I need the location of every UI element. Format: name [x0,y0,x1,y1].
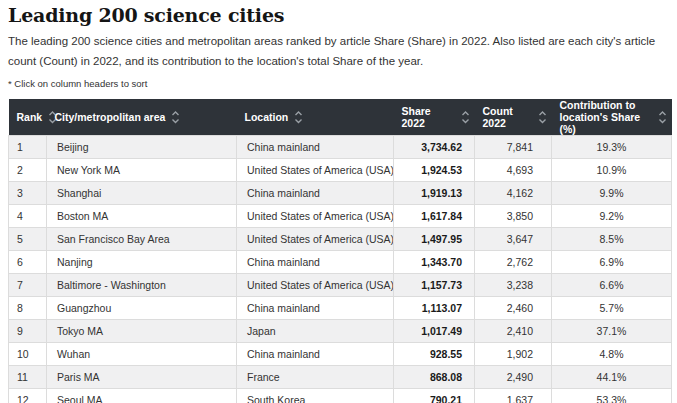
cell-location: China mainland [237,136,394,159]
table-row: 9Tokyo MAJapan1,017.492,41037.1% [9,320,672,343]
cell-location: China mainland [237,182,394,205]
cell-city: Paris MA [47,366,237,389]
cell-rank: 9 [9,320,47,343]
column-header-label: Share 2022 [402,105,455,129]
cell-city: Shanghai [47,182,237,205]
cell-rank: 1 [9,136,47,159]
cell-count: 3,238 [475,274,552,297]
cell-city: Nanjing [47,251,237,274]
cell-share: 1,017.49 [394,320,475,343]
column-header-count-2022[interactable]: Count 2022 [475,99,552,136]
cell-rank: 10 [9,343,47,366]
page-description: The leading 200 science cities and metro… [8,31,668,71]
cell-contribution: 9.9% [552,182,672,205]
table-row: 6NanjingChina mainland1,343.702,7626.9% [9,251,672,274]
cell-count: 4,693 [475,159,552,182]
cell-contribution: 4.8% [552,343,672,366]
cell-city: New York MA [47,159,237,182]
cell-location: United States of America (USA) [237,159,394,182]
sort-chevrons-icon [658,110,667,125]
cell-location: South Korea [237,389,394,403]
page-title: Leading 200 science cities [8,4,671,26]
table-header: Rank City/metropolitan area Location Sha… [9,99,672,136]
table-row: 10WuhanChina mainland928.551,9024.8% [9,343,672,366]
sort-chevrons-icon [461,110,470,125]
column-header-label: Rank [17,111,43,123]
cell-location: United States of America (USA) [237,205,394,228]
sort-chevrons-icon [294,110,303,125]
cell-city: Beijing [47,136,237,159]
cell-contribution: 53.3% [552,389,672,403]
table-row: 1BeijingChina mainland3,734.627,84119.3% [9,136,672,159]
cell-share: 1,157.73 [394,274,475,297]
cell-contribution: 44.1% [552,366,672,389]
table-row: 5San Francisco Bay AreaUnited States of … [9,228,672,251]
cell-contribution: 6.9% [552,251,672,274]
cell-share: 928.55 [394,343,475,366]
cell-share: 1,924.53 [394,159,475,182]
cell-count: 2,460 [475,297,552,320]
table-row: 3ShanghaiChina mainland1,919.134,1629.9% [9,182,672,205]
table-row: 11Paris MAFrance868.082,49044.1% [9,366,672,389]
cell-count: 7,841 [475,136,552,159]
cell-contribution: 6.6% [552,274,672,297]
column-header-location[interactable]: Location [237,99,394,136]
cell-rank: 2 [9,159,47,182]
cell-location: United States of America (USA) [237,228,394,251]
cell-city: Guangzhou [47,297,237,320]
column-header-label: Count 2022 [483,105,532,129]
cell-rank: 4 [9,205,47,228]
cell-city: Tokyo MA [47,320,237,343]
cell-share: 1,113.07 [394,297,475,320]
cell-share: 1,497.95 [394,228,475,251]
cell-rank: 5 [9,228,47,251]
cell-share: 1,343.70 [394,251,475,274]
cell-count: 4,162 [475,182,552,205]
column-header-contribution[interactable]: Contribution to location's Share (%) [552,99,672,136]
column-header-rank[interactable]: Rank [9,99,47,136]
cell-count: 2,490 [475,366,552,389]
cell-rank: 3 [9,182,47,205]
cell-location: China mainland [237,251,394,274]
cell-count: 2,762 [475,251,552,274]
cell-contribution: 19.3% [552,136,672,159]
cell-count: 3,850 [475,205,552,228]
cell-city: Seoul MA [47,389,237,403]
column-header-label: City/metropolitan area [55,111,166,123]
cell-location: France [237,366,394,389]
cell-share: 868.08 [394,366,475,389]
cell-city: Boston MA [47,205,237,228]
cell-city: San Francisco Bay Area [47,228,237,251]
cell-location: United States of America (USA) [237,274,394,297]
cell-count: 1,637 [475,389,552,403]
sort-chevrons-icon [171,110,180,125]
cell-contribution: 8.5% [552,228,672,251]
cell-location: China mainland [237,343,394,366]
sort-instructions-note: * Click on column headers to sort [8,78,671,89]
cell-rank: 8 [9,297,47,320]
cell-rank: 7 [9,274,47,297]
column-header-label: Location [245,111,289,123]
cell-rank: 11 [9,366,47,389]
sort-chevrons-icon [538,110,547,125]
cell-rank: 6 [9,251,47,274]
cell-city: Wuhan [47,343,237,366]
column-header-label: Contribution to location's Share (%) [560,99,652,135]
table-row: 7Baltimore - WashingtonUnited States of … [9,274,672,297]
cell-rank: 12 [9,389,47,403]
table-row: 2New York MAUnited States of America (US… [9,159,672,182]
table-body: 1BeijingChina mainland3,734.627,84119.3%… [9,136,672,403]
cell-share: 3,734.62 [394,136,475,159]
cell-contribution: 5.7% [552,297,672,320]
cell-count: 1,902 [475,343,552,366]
cell-count: 2,410 [475,320,552,343]
table-row: 12Seoul MASouth Korea790.211,63753.3% [9,389,672,403]
cell-contribution: 37.1% [552,320,672,343]
cell-share: 1,919.13 [394,182,475,205]
cell-share: 790.21 [394,389,475,403]
cell-location: China mainland [237,297,394,320]
column-header-city[interactable]: City/metropolitan area [47,99,237,136]
cell-contribution: 10.9% [552,159,672,182]
cell-city: Baltimore - Washington [47,274,237,297]
column-header-share-2022[interactable]: Share 2022 [394,99,475,136]
